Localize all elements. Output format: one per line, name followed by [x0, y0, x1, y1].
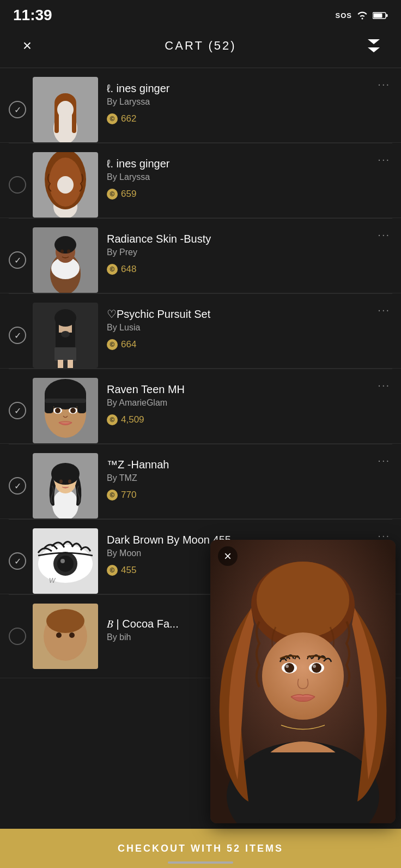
item-info-3: Radiance Skin -Busty By Prey © 648: [107, 231, 390, 290]
item-menu-5[interactable]: ···: [378, 379, 390, 391]
svg-point-55: [60, 559, 65, 563]
item-name-1: ℓ. ines ginger: [107, 82, 390, 95]
item-info-1: ℓ. ines ginger By Laryssa © 662: [107, 80, 390, 140]
coin-icon-1: ©: [107, 113, 118, 124]
svg-point-43: [55, 408, 60, 413]
item-price-1: © 662: [107, 113, 390, 124]
svg-rect-1: [374, 13, 382, 17]
svg-rect-31: [68, 360, 73, 368]
item-checkbox-7[interactable]: [9, 552, 26, 570]
svg-point-59: [46, 609, 84, 633]
popup-preview-image: [210, 540, 396, 823]
svg-rect-34: [72, 318, 75, 334]
coin-icon-6: ©: [107, 490, 118, 501]
svg-point-50: [68, 480, 71, 484]
status-time: 11:39: [13, 7, 52, 24]
svg-text:W: W: [49, 577, 56, 584]
sos-icon: SOS: [336, 11, 352, 20]
svg-rect-40: [45, 399, 86, 403]
checkout-label: CHECKOUT WITH 52 ITEMS: [118, 843, 283, 854]
item-info-4: ♡Psychic Pursuit Set By Lusia © 664: [107, 305, 390, 365]
coin-icon-3: ©: [107, 264, 118, 275]
cart-item: ℓ. ines ginger By Laryssa © 662 ···: [0, 68, 401, 143]
svg-point-66: [257, 562, 349, 638]
popup-close-button[interactable]: ×: [218, 546, 238, 566]
svg-point-54: [57, 556, 74, 572]
status-bar: 11:39 SOS: [0, 0, 401, 28]
item-image-1: [33, 77, 98, 142]
cart-title: CART (52): [165, 39, 236, 53]
svg-point-70: [284, 663, 294, 673]
cart-item: ℓ. ines ginger By Laryssa © 659 ···: [0, 143, 401, 218]
item-menu-1[interactable]: ···: [378, 78, 390, 91]
svg-point-24: [67, 250, 70, 254]
svg-rect-30: [58, 360, 63, 368]
svg-point-48: [51, 463, 80, 485]
coin-icon-7: ©: [107, 565, 118, 576]
cart-header: × CART (52): [0, 28, 401, 68]
item-by-2: By Laryssa: [107, 172, 390, 182]
svg-point-67: [262, 632, 344, 720]
item-by-1: By Laryssa: [107, 97, 390, 107]
status-icons: SOS: [336, 11, 388, 20]
cart-item: ™Z -Hannah By TMZ © 770 ···: [0, 444, 401, 519]
item-checkbox-1[interactable]: [9, 101, 26, 118]
cart-item: Radiance Skin -Busty By Prey © 648 ···: [0, 219, 401, 293]
item-menu-4[interactable]: ···: [378, 304, 390, 316]
svg-point-49: [59, 480, 63, 484]
coin-icon-5: ©: [107, 414, 118, 425]
item-image-4: [33, 303, 98, 368]
svg-point-71: [312, 663, 321, 673]
item-image-3: [33, 227, 98, 293]
item-info-5: Raven Teen MH By AmarieGlam © 4,509: [107, 381, 390, 441]
item-info-2: ℓ. ines ginger By Laryssa © 659: [107, 155, 390, 215]
item-menu-6[interactable]: ···: [378, 454, 390, 467]
svg-rect-2: [386, 14, 388, 17]
coin-icon-4: ©: [107, 339, 118, 350]
item-price-2: © 659: [107, 189, 390, 200]
cart-item: ♡Psychic Pursuit Set By Lusia © 664 ···: [0, 294, 401, 369]
svg-rect-29: [54, 347, 76, 361]
item-by-5: By AmarieGlam: [107, 398, 390, 408]
item-checkbox-3[interactable]: [9, 251, 26, 269]
svg-point-73: [313, 665, 316, 668]
svg-rect-33: [56, 318, 59, 334]
item-name-3: Radiance Skin -Busty: [107, 233, 390, 245]
item-name-4: ♡Psychic Pursuit Set: [107, 308, 390, 321]
svg-point-15: [57, 176, 74, 194]
svg-point-22: [54, 236, 76, 254]
item-by-6: By TMZ: [107, 473, 390, 483]
item-menu-3[interactable]: ···: [378, 228, 390, 241]
wifi-icon: [356, 11, 368, 20]
svg-point-23: [60, 250, 64, 254]
item-menu-2[interactable]: ···: [378, 153, 390, 166]
item-by-3: By Prey: [107, 248, 390, 257]
item-name-2: ℓ. ines ginger: [107, 158, 390, 170]
item-checkbox-2[interactable]: [9, 176, 26, 194]
item-name-6: ™Z -Hannah: [107, 459, 390, 471]
item-image-6: [33, 453, 98, 519]
item-image-2: [33, 152, 98, 218]
coin-icon-2: ©: [107, 189, 118, 200]
item-price-3: © 648: [107, 264, 390, 275]
chevron-down-icon[interactable]: [362, 34, 386, 58]
item-checkbox-5[interactable]: [9, 402, 26, 419]
cart-item: Raven Teen MH By AmarieGlam © 4,509 ···: [0, 369, 401, 444]
item-checkbox-8[interactable]: [9, 628, 26, 645]
item-preview-popup: ×: [210, 540, 396, 823]
item-checkbox-6[interactable]: [9, 477, 26, 495]
svg-point-28: [61, 331, 70, 337]
item-image-7: W: [33, 528, 98, 594]
item-price-5: © 4,509: [107, 414, 390, 425]
item-name-5: Raven Teen MH: [107, 383, 390, 396]
item-price-4: © 664: [107, 339, 390, 350]
battery-icon: [373, 11, 388, 20]
svg-point-72: [285, 665, 289, 668]
item-image-8: [33, 604, 98, 669]
svg-rect-74: [259, 752, 347, 823]
svg-point-61: [69, 632, 75, 638]
item-checkbox-4[interactable]: [9, 327, 26, 344]
svg-point-10: [57, 101, 74, 118]
close-button[interactable]: ×: [15, 34, 39, 58]
svg-point-60: [56, 632, 62, 638]
